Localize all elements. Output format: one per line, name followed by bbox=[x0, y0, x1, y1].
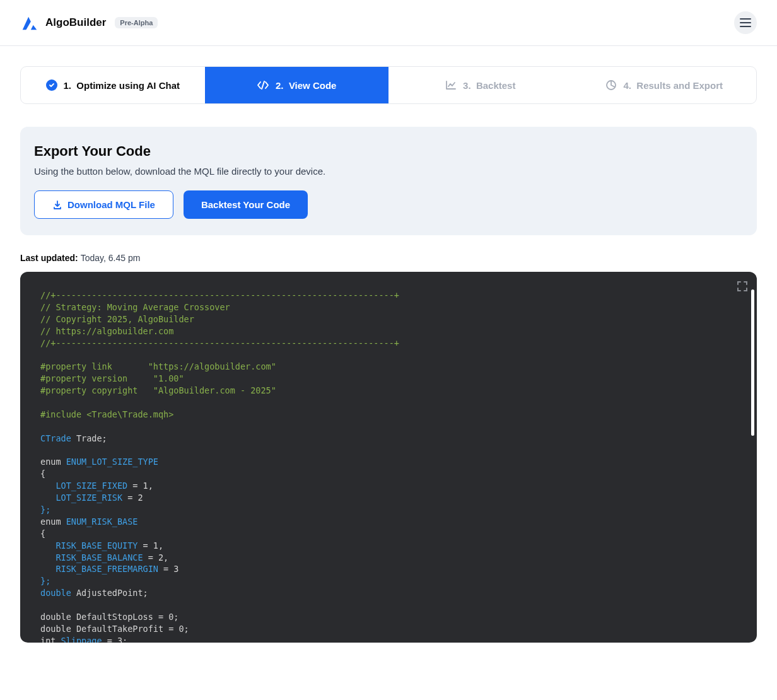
export-description: Using the button below, download the MQL… bbox=[34, 166, 743, 177]
code-icon bbox=[257, 80, 269, 90]
scrollbar[interactable] bbox=[751, 289, 754, 436]
step-view-code[interactable]: 2. View Code bbox=[205, 67, 389, 103]
logo-icon bbox=[20, 13, 39, 32]
step-label: 2. View Code bbox=[276, 80, 336, 91]
last-updated-value: Today, 6.45 pm bbox=[81, 253, 141, 263]
last-updated-label: Last updated: bbox=[20, 253, 81, 263]
step-results[interactable]: 4. Results and Export bbox=[573, 67, 757, 103]
export-title: Export Your Code bbox=[34, 143, 743, 160]
last-updated: Last updated: Today, 6.45 pm bbox=[20, 253, 757, 263]
button-row: Download MQL File Backtest Your Code bbox=[34, 190, 743, 219]
download-mql-button[interactable]: Download MQL File bbox=[34, 190, 173, 219]
chart-icon bbox=[445, 80, 457, 90]
export-panel: Export Your Code Using the button below,… bbox=[20, 127, 757, 235]
header: AlgoBuilder Pre-Alpha bbox=[0, 0, 777, 46]
step-label: 4. Results and Export bbox=[623, 80, 723, 91]
pre-alpha-badge: Pre-Alpha bbox=[115, 17, 158, 28]
step-label: 3. Backtest bbox=[463, 80, 515, 91]
main-content: 1. Optimize using AI Chat 2. View Code 3… bbox=[0, 46, 777, 663]
backtest-button-label: Backtest Your Code bbox=[201, 199, 290, 210]
check-icon bbox=[46, 79, 57, 91]
hamburger-icon bbox=[740, 18, 751, 27]
brand-name: AlgoBuilder bbox=[45, 16, 106, 29]
step-tabs: 1. Optimize using AI Chat 2. View Code 3… bbox=[20, 66, 757, 104]
brand: AlgoBuilder Pre-Alpha bbox=[20, 13, 158, 32]
expand-icon bbox=[737, 281, 748, 292]
step-backtest[interactable]: 3. Backtest bbox=[389, 67, 573, 103]
backtest-button[interactable]: Backtest Your Code bbox=[184, 190, 308, 219]
step-optimize[interactable]: 1. Optimize using AI Chat bbox=[21, 67, 205, 103]
code-viewer: //+-------------------------------------… bbox=[20, 272, 757, 643]
code-content[interactable]: //+-------------------------------------… bbox=[20, 272, 757, 643]
menu-button[interactable] bbox=[734, 11, 757, 34]
pie-icon bbox=[605, 79, 617, 91]
expand-button[interactable] bbox=[737, 281, 748, 295]
download-button-label: Download MQL File bbox=[67, 199, 155, 210]
step-label: 1. Optimize using AI Chat bbox=[64, 80, 180, 91]
download-icon bbox=[52, 200, 62, 210]
